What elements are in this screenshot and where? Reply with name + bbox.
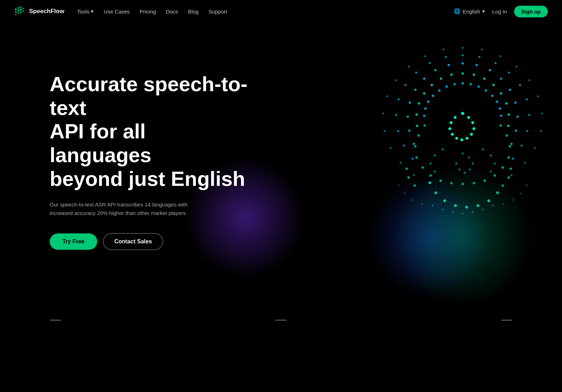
svg-point-106 bbox=[473, 182, 475, 184]
svg-point-74 bbox=[395, 114, 397, 116]
svg-point-152 bbox=[472, 162, 474, 165]
svg-point-79 bbox=[481, 49, 483, 50]
logo[interactable]: SpeechFlow bbox=[14, 6, 64, 17]
svg-point-58 bbox=[413, 143, 415, 145]
svg-point-165 bbox=[462, 212, 464, 215]
svg-point-98 bbox=[413, 174, 415, 176]
svg-point-170 bbox=[442, 209, 444, 211]
svg-point-160 bbox=[503, 203, 505, 205]
svg-point-169 bbox=[452, 211, 454, 214]
svg-point-113 bbox=[414, 145, 417, 148]
svg-point-102 bbox=[507, 156, 510, 159]
svg-point-47 bbox=[514, 101, 517, 104]
svg-point-162 bbox=[404, 193, 406, 194]
hero-subtitle: Our speech-to-text ASR API transcribes 1… bbox=[50, 200, 206, 217]
svg-point-167 bbox=[482, 209, 484, 211]
svg-point-61 bbox=[495, 62, 497, 64]
svg-point-56 bbox=[407, 116, 409, 118]
nav-link-support[interactable]: Support bbox=[209, 9, 227, 15]
contact-sales-button[interactable]: Contact Sales bbox=[103, 233, 163, 250]
svg-rect-3 bbox=[15, 11, 17, 13]
svg-point-150 bbox=[462, 153, 464, 155]
nav-links: Tools ▾ Use Cases Pricing Docs bbox=[77, 8, 227, 15]
try-free-button[interactable]: Try Free bbox=[50, 233, 97, 250]
svg-point-22 bbox=[438, 89, 441, 92]
nav-link-usecases[interactable]: Use Cases bbox=[104, 9, 130, 15]
hero-content: Accurate speech-to-text API for all lang… bbox=[50, 51, 248, 250]
svg-point-109 bbox=[440, 180, 442, 182]
svg-rect-6 bbox=[22, 8, 24, 10]
svg-point-68 bbox=[512, 158, 514, 160]
svg-point-139 bbox=[448, 127, 451, 130]
indicator-2 bbox=[275, 320, 287, 321]
svg-point-159 bbox=[512, 199, 514, 201]
svg-point-65 bbox=[528, 114, 530, 116]
svg-point-93 bbox=[386, 95, 388, 97]
svg-point-45 bbox=[500, 77, 502, 79]
svg-point-70 bbox=[429, 62, 431, 64]
nav-item-usecases[interactable]: Use Cases bbox=[104, 9, 130, 15]
nav-item-blog[interactable]: Blog bbox=[188, 9, 199, 15]
svg-point-39 bbox=[418, 102, 420, 105]
svg-point-52 bbox=[434, 69, 436, 71]
svg-point-85 bbox=[540, 130, 542, 132]
svg-point-16 bbox=[491, 94, 494, 97]
svg-point-66 bbox=[526, 130, 528, 132]
svg-rect-7 bbox=[15, 13, 17, 15]
svg-point-124 bbox=[502, 184, 504, 187]
svg-point-72 bbox=[404, 84, 407, 86]
svg-point-143 bbox=[490, 155, 492, 157]
nav-item-docs[interactable]: Docs bbox=[166, 9, 178, 15]
svg-point-51 bbox=[447, 64, 450, 66]
svg-point-91 bbox=[408, 66, 410, 67]
svg-point-33 bbox=[507, 114, 510, 116]
brand-name: SpeechFlow bbox=[29, 8, 64, 15]
svg-point-122 bbox=[434, 191, 437, 194]
nav-link-tools[interactable]: Tools ▾ bbox=[77, 8, 94, 15]
svg-point-135 bbox=[465, 137, 468, 140]
nav-link-blog[interactable]: Blog bbox=[188, 9, 199, 15]
chevron-down-icon: ▾ bbox=[91, 8, 94, 15]
svg-point-86 bbox=[534, 147, 536, 149]
svg-point-83 bbox=[537, 95, 539, 97]
svg-point-78 bbox=[462, 47, 463, 49]
nav-item-tools[interactable]: Tools ▾ bbox=[77, 8, 94, 15]
svg-point-49 bbox=[515, 129, 517, 132]
nav-link-docs[interactable]: Docs bbox=[166, 9, 178, 15]
nav-item-pricing[interactable]: Pricing bbox=[140, 9, 156, 15]
svg-rect-9 bbox=[20, 11, 22, 13]
svg-rect-0 bbox=[15, 9, 17, 10]
svg-point-30 bbox=[492, 84, 495, 86]
svg-point-118 bbox=[476, 204, 479, 207]
svg-point-19 bbox=[500, 115, 502, 117]
svg-point-130 bbox=[461, 112, 464, 115]
svg-point-145 bbox=[490, 171, 492, 173]
svg-point-23 bbox=[432, 94, 435, 97]
svg-point-103 bbox=[502, 166, 504, 169]
navigation: SpeechFlow Tools ▾ Use Cases Pricing bbox=[0, 0, 562, 23]
language-selector[interactable]: 🌐 English ▾ bbox=[454, 8, 485, 15]
svg-point-46 bbox=[509, 89, 511, 91]
svg-point-110 bbox=[429, 174, 432, 177]
svg-point-163 bbox=[412, 199, 414, 201]
signup-button[interactable]: Sign up bbox=[514, 6, 548, 17]
svg-point-153 bbox=[469, 169, 471, 171]
svg-point-77 bbox=[412, 158, 414, 160]
nav-link-pricing[interactable]: Pricing bbox=[140, 9, 156, 15]
svg-rect-10 bbox=[22, 10, 24, 12]
nav-right: 🌐 English ▾ Log In Sign up bbox=[454, 6, 548, 17]
svg-point-62 bbox=[508, 72, 510, 74]
hero-title: Accurate speech-to-text API for all lang… bbox=[50, 72, 248, 191]
nav-item-support[interactable]: Support bbox=[209, 9, 227, 15]
svg-point-100 bbox=[506, 134, 508, 137]
svg-point-138 bbox=[451, 133, 454, 136]
svg-point-126 bbox=[509, 167, 512, 170]
svg-point-142 bbox=[482, 149, 484, 151]
svg-point-115 bbox=[423, 124, 426, 127]
fingerprint-svg bbox=[342, 33, 562, 282]
svg-point-40 bbox=[415, 114, 418, 116]
svg-point-136 bbox=[461, 138, 463, 141]
svg-point-168 bbox=[492, 205, 494, 207]
login-button[interactable]: Log In bbox=[492, 9, 507, 15]
svg-point-120 bbox=[454, 204, 457, 207]
